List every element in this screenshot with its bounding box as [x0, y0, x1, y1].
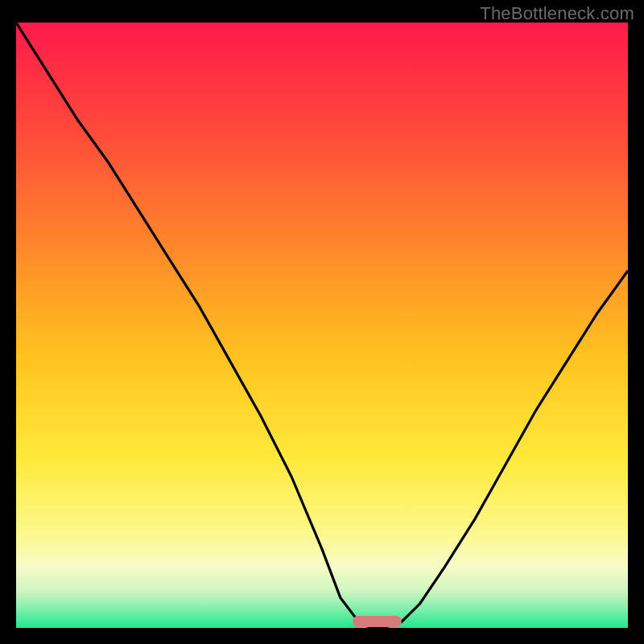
chart-frame: TheBottleneck.com — [0, 0, 644, 644]
watermark-text: TheBottleneck.com — [480, 3, 634, 24]
gradient-background — [16, 23, 628, 628]
chart-svg — [16, 23, 628, 628]
bottleneck-chart — [16, 23, 628, 628]
optimal-range-marker — [353, 616, 402, 627]
